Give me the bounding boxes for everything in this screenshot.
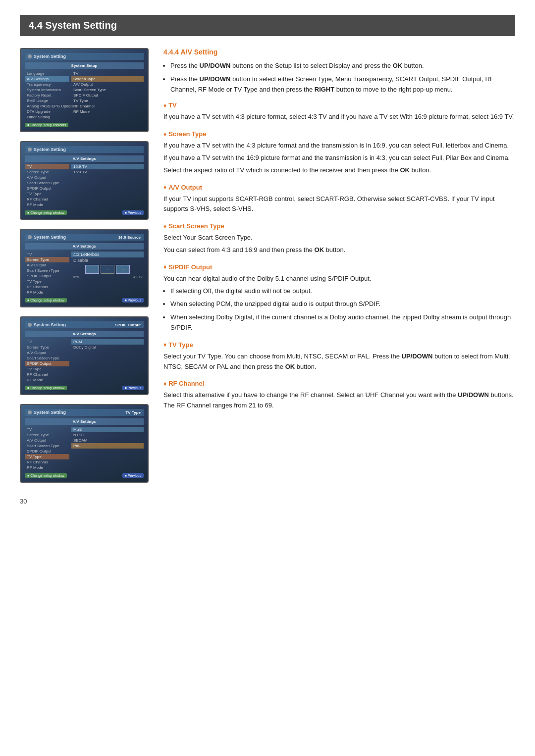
tv-menu-item: Screen Type: [25, 169, 69, 175]
tv-menu-header-3: A/V Settings: [25, 243, 144, 250]
subsection-tv: ♦ TV If you have a TV set with 4:3 pictu…: [163, 101, 515, 122]
tv-right-menu-1: TV Screen Type A/V Output Scart Screen T…: [71, 71, 144, 120]
diamond-icon-rf-channel: ♦: [163, 380, 166, 387]
intro-bullet-1: Press the UP/DOWN buttons on the Setup l…: [170, 61, 515, 71]
tv-menu-item: RF Channel: [25, 197, 69, 202]
tv-option: TV: [71, 71, 144, 76]
tv-screen-1: System Setting System Setup Language A/V…: [20, 48, 149, 132]
tv-menu-item: RF Mode: [25, 290, 69, 295]
tv-menu-item: System Information: [25, 87, 69, 93]
tv-body-2: TV Screen Type A/V Output Scart Screen T…: [25, 164, 144, 207]
tv-btn-change-5[interactable]: ■ Change setup window: [25, 473, 67, 478]
diamond-icon-tv: ♦: [163, 102, 166, 109]
spdif-bullets: If selecting Off, the digital audio will…: [163, 286, 515, 333]
tv-option: Disable: [71, 257, 144, 263]
subsection-text-av-output: If your TV input supports SCART-RGB cont…: [163, 194, 515, 215]
main-layout: System Setting System Setup Language A/V…: [20, 48, 515, 483]
page-header: 4.4 System Setting: [20, 15, 515, 36]
tv-body-4: TV Screen Type A/V Output Scart Screen T…: [25, 339, 144, 383]
subsection-title-screen-type: ♦ Screen Type: [163, 130, 515, 138]
tv-menu-item-spdif: SPDIF Output: [25, 361, 69, 366]
subsection-title-tv-type: ♦ TV Type: [163, 341, 515, 349]
tv-option: A/V Output: [71, 82, 144, 87]
subsection-text-screen-type-1: If you have a TV set with the 4:3 pictur…: [163, 141, 515, 151]
subsection-title-tv: ♦ TV: [163, 101, 515, 109]
tv-menu-item: Scart Screen Type: [25, 268, 69, 273]
tv-menu-item: TV: [25, 252, 69, 257]
tv-body-1: Language A/V Settings Transparency Syste…: [25, 71, 144, 120]
tv-option: Scart Screen Type: [71, 87, 144, 93]
tv-box-cinema: ○: [116, 265, 130, 274]
screenshots-column: System Setting System Setup Language A/V…: [20, 48, 149, 483]
tv-menu-item: Scart Screen Type: [25, 180, 69, 186]
tv-right-menu-2: 16:9 TV 16:9 TV: [71, 164, 144, 207]
tv-left-menu-2: TV Screen Type A/V Output Scart Screen T…: [25, 164, 69, 207]
tv-menu-item: Scart Screen Type: [25, 355, 69, 361]
tv-visual-boxes: ○ ○: [71, 265, 144, 274]
tv-option: TV Type: [71, 98, 144, 103]
tv-btn-prev-3[interactable]: ■ Previous: [122, 298, 144, 302]
tv-btn-ok[interactable]: ■ Change setup contents: [25, 123, 68, 127]
tv-menu-item-tvtype: TV Type: [25, 454, 69, 459]
tv-left-menu-5: TV Screen Type A/V Output Scart Screen T…: [25, 427, 69, 470]
subsection-scart-screen: ♦ Scart Screen Type Select Your Scart Sc…: [163, 222, 515, 255]
intro-bullet-2: Press the UP/DOWN button to select eithe…: [170, 74, 515, 95]
tv-menu-item: SPDIF Output: [25, 186, 69, 191]
subsection-text-screen-type-3: Select the aspect ratio of TV which is c…: [163, 165, 515, 176]
diamond-icon-tv-type: ♦: [163, 341, 166, 348]
tv-btn-change-3[interactable]: ■ Change setup window: [25, 298, 67, 302]
tv-title-bar-4: System Setting SPDIF Output: [25, 321, 144, 328]
tv-btn-prev[interactable]: ■ Previous: [122, 210, 144, 215]
tv-btn-prev-5[interactable]: ■ Previous: [122, 473, 144, 478]
tv-btn-prev-4[interactable]: ■ Previous: [122, 386, 144, 390]
tv-menu-item: A/V Output: [25, 262, 69, 268]
subsection-av-output: ♦ A/V Output If your TV input supports S…: [163, 184, 515, 215]
tv-menu-item: TV Type: [25, 191, 69, 197]
tv-title-bar-3: System Setting 16:9 Source: [25, 234, 144, 241]
diamond-icon-screen-type: ♦: [163, 131, 166, 138]
tv-menu-item: TV: [25, 339, 69, 345]
content-column: 4.4.4 A/V Setting Press the UP/DOWN butt…: [163, 48, 515, 483]
subsection-text-spdif-intro: You can hear digital audio of the Dolby …: [163, 274, 515, 284]
spdif-bullet-2: When selecting PCM, the unzipped digital…: [170, 299, 515, 309]
tv-box-letterbox: ○: [101, 265, 114, 274]
tv-icon-1: [28, 54, 32, 58]
page-title: 4.4 System Setting: [29, 20, 117, 31]
tv-menu-item: Transparency: [25, 82, 69, 87]
subsection-screen-type: ♦ Screen Type If you have a TV set with …: [163, 130, 515, 175]
tv-footer-3: ■ Change setup window ■ Previous: [25, 298, 144, 302]
tv-icon-3: [28, 235, 32, 239]
tv-btn-change[interactable]: ■ Change setup window: [25, 210, 67, 215]
tv-option: RF Channel: [71, 103, 144, 109]
tv-menu-item-screen: Screen Type: [25, 257, 69, 262]
tv-menu-header-5: A/V Settings: [25, 418, 144, 425]
subsection-text-tv-type: Select your TV Type. You can choose from…: [163, 352, 515, 372]
tv-option: SECAM: [71, 438, 144, 443]
tv-footer-2: ■ Change setup window ■ Previous: [25, 210, 144, 215]
subsection-text-rf-channel: Select this alternative if you have to c…: [163, 390, 515, 411]
subsection-text-scart-screen-2: You can select from 4:3 and 16:9 and the…: [163, 245, 515, 255]
tv-left-menu-3: TV Screen Type A/V Output Scart Screen T…: [25, 252, 69, 295]
tv-menu-item-tv: TV: [25, 164, 69, 169]
tv-menu-item: SPDIF Output: [25, 449, 69, 454]
tv-btn-change-4[interactable]: ■ Change setup window: [25, 386, 67, 390]
tv-menu-item: SPDIF Output: [25, 273, 69, 279]
tv-menu-item: Other Setting: [25, 114, 69, 120]
subsection-tv-type: ♦ TV Type Select your TV Type. You can c…: [163, 341, 515, 372]
subsection-title-av-output: ♦ A/V Output: [163, 184, 515, 191]
tv-menu-item: A/V Output: [25, 438, 69, 443]
tv-menu-item: DTA Upgrade: [25, 109, 69, 114]
tv-left-menu-4: TV Screen Type A/V Output Scart Screen T…: [25, 339, 69, 383]
tv-option: Dolby Digital: [71, 345, 144, 350]
tv-menu-item: RF Mode: [25, 377, 69, 383]
tv-menu-item: RF Channel: [25, 459, 69, 465]
tv-screen-3: System Setting 16:9 Source A/V Settings …: [20, 229, 149, 307]
tv-menu-item: RF Mode: [25, 465, 69, 470]
tv-icon-4: [28, 323, 32, 327]
subsection-spdif: ♦ S/PDIF Output You can hear digital aud…: [163, 263, 515, 333]
tv-menu-item: TV Type: [25, 366, 69, 372]
tv-body-3: TV Screen Type A/V Output Scart Screen T…: [25, 252, 144, 295]
tv-option: 16:9 TV: [71, 169, 144, 175]
tv-menu-header-2: A/V Settings: [25, 155, 144, 162]
subsection-rf-channel: ♦ RF Channel Select this alternative if …: [163, 380, 515, 411]
